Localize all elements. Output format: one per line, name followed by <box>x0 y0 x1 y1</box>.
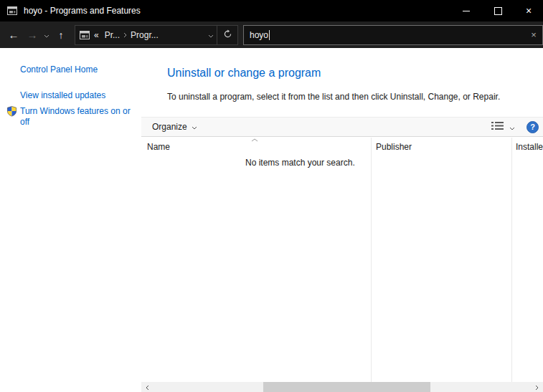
search-clear-button[interactable]: × <box>525 26 542 44</box>
minimize-button[interactable] <box>450 0 482 21</box>
breadcrumb-item-current[interactable]: Progr... <box>127 26 162 44</box>
close-button[interactable]: × <box>514 0 543 21</box>
back-button[interactable]: ← <box>4 24 23 46</box>
change-view-dropdown-button[interactable] <box>509 122 515 133</box>
organize-button[interactable]: Organize <box>152 122 197 132</box>
breadcrumb-overflow-button[interactable]: « <box>90 26 101 44</box>
forward-icon: → <box>27 29 38 41</box>
change-view-button[interactable] <box>491 122 504 133</box>
back-icon: ← <box>9 29 19 41</box>
app-icon <box>6 5 18 16</box>
chevron-down-icon <box>208 29 214 40</box>
scroll-right-button[interactable] <box>531 382 543 392</box>
page-title: Uninstall or change a program <box>167 67 321 80</box>
sort-ascending-icon <box>251 138 258 142</box>
help-icon: ? <box>530 123 535 131</box>
double-chevron-left-icon: « <box>94 30 99 40</box>
breadcrumb-item-parent[interactable]: Pr... <box>101 26 123 44</box>
column-header-name[interactable]: Name <box>147 142 170 152</box>
programs-and-features-window: hoyo - Programs and Features × ← → ↑ « <box>0 0 543 392</box>
scroll-left-button[interactable] <box>141 382 154 392</box>
up-icon: ↑ <box>59 29 64 41</box>
sidebar-item-turn-windows-features[interactable]: Turn Windows features on or off <box>20 106 133 128</box>
navigation-bar: ← → ↑ « Pr... Progr... <box>0 21 543 48</box>
empty-list-message: No items match your search. <box>245 158 355 168</box>
sidebar-item-view-installed-updates[interactable]: View installed updates <box>20 90 105 101</box>
chevron-down-icon <box>44 29 49 40</box>
column-divider <box>371 138 372 382</box>
maximize-button[interactable] <box>482 0 514 21</box>
sidebar-item-control-panel-home[interactable]: Control Panel Home <box>20 64 98 75</box>
search-input-value: hoyo <box>250 30 268 40</box>
window-title: hoyo - Programs and Features <box>24 6 141 16</box>
column-divider <box>511 138 512 382</box>
refresh-icon <box>223 29 232 41</box>
up-button[interactable]: ↑ <box>52 24 70 46</box>
text-cursor <box>269 30 270 40</box>
search-input[interactable]: hoyo × <box>243 25 543 45</box>
column-header-publisher[interactable]: Publisher <box>376 142 412 152</box>
chevron-down-icon <box>509 122 515 133</box>
organize-label: Organize <box>152 122 187 132</box>
maximize-icon <box>494 7 502 15</box>
address-bar[interactable]: « Pr... Progr... <box>75 25 238 45</box>
control-panel-icon <box>79 29 90 41</box>
address-dropdown-button[interactable] <box>205 26 217 44</box>
page-description: To uninstall a program, select it from t… <box>167 92 500 102</box>
chevron-down-icon <box>192 122 197 132</box>
toolbar-right-group: ? <box>491 121 539 133</box>
minimize-icon <box>463 11 470 11</box>
command-toolbar: Organize ? <box>141 117 543 137</box>
close-icon: × <box>526 6 532 16</box>
list-column-headers: Name Publisher Installed <box>141 138 543 155</box>
uac-shield-icon <box>6 105 17 117</box>
horizontal-scrollbar[interactable] <box>141 382 543 392</box>
recent-locations-button[interactable] <box>42 24 52 46</box>
help-button[interactable]: ? <box>527 121 539 133</box>
details-view-icon <box>491 122 504 133</box>
column-header-installed[interactable]: Installed <box>516 142 543 152</box>
scrollbar-thumb[interactable] <box>263 382 430 392</box>
sidebar: Control Panel Home View installed update… <box>0 48 141 382</box>
window-controls: × <box>450 0 543 21</box>
chevron-left-icon <box>146 382 149 392</box>
clear-icon: × <box>531 29 537 40</box>
titlebar: hoyo - Programs and Features × <box>0 0 543 21</box>
refresh-button[interactable] <box>217 26 237 44</box>
chevron-right-icon <box>535 382 539 392</box>
forward-button[interactable]: → <box>23 24 42 46</box>
